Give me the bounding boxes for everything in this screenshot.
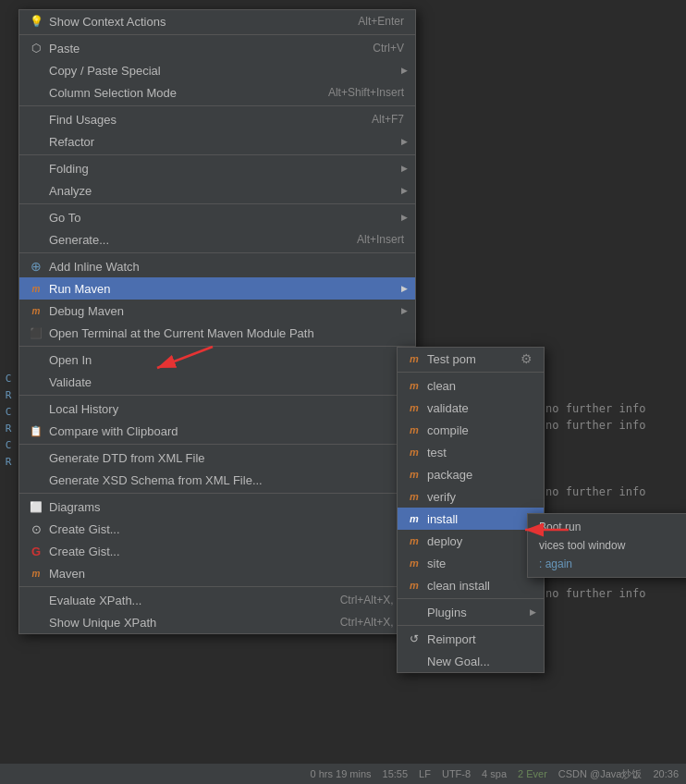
terminal-icon: ⬛ — [27, 325, 45, 340]
menu-item-create-gist-1[interactable]: ⊙ Create Gist... — [19, 518, 415, 540]
maven-submenu-item-verify[interactable]: m verify — [398, 485, 544, 508]
menu-item-diagrams[interactable]: ⬜ Diagrams — [19, 496, 415, 518]
open-in-icon — [27, 352, 45, 367]
maven-submenu-item-reimport[interactable]: ↺ Reimport — [398, 628, 544, 650]
menu-item-label: Show Unique XPath — [49, 616, 322, 630]
maven-submenu-item-validate[interactable]: m validate — [398, 397, 544, 419]
maven-submenu-item-plugins[interactable]: Plugins — [398, 601, 544, 623]
menu-item-shortcut: Ctrl+Alt+X, P — [340, 616, 404, 629]
maven-submenu-item-compile[interactable]: m compile — [398, 419, 544, 441]
g-red-icon: G — [27, 544, 45, 558]
menu-item-add-inline-watch[interactable]: ⊕ Add Inline Watch — [19, 255, 415, 277]
status-badge: 2 Ever — [518, 768, 547, 779]
divider-2 — [19, 105, 415, 106]
menu-item-label: Find Usages — [49, 113, 353, 127]
maven-submenu-item-package[interactable]: m package — [398, 463, 544, 485]
maven-item-label: verify — [427, 490, 456, 504]
maven-icon: m — [405, 467, 423, 482]
menu-item-label: Generate... — [49, 233, 338, 247]
menu-item-compare-clipboard[interactable]: 📋 Compare with Clipboard — [19, 420, 415, 442]
menu-item-analyze[interactable]: Analyze — [19, 179, 415, 202]
log-line-1: no further info — [545, 402, 645, 415]
maven-submenu-item-clean[interactable]: m clean — [398, 374, 544, 397]
unique-xpath-icon — [27, 615, 45, 630]
maven-icon: m — [405, 578, 423, 593]
refactor-icon — [27, 134, 45, 149]
maven-item-label: clean install — [427, 579, 490, 593]
menu-item-copy-paste-special[interactable]: Copy / Paste Special — [19, 59, 415, 81]
menu-item-goto[interactable]: Go To — [19, 206, 415, 228]
menu-item-label: Run Maven — [49, 282, 404, 296]
xsd-icon — [27, 472, 45, 487]
menu-item-label: Generate XSD Schema from XML File... — [49, 473, 404, 487]
watch-icon: ⊕ — [27, 259, 45, 274]
menu-item-generate[interactable]: Generate... Alt+Insert — [19, 228, 415, 251]
column-icon — [27, 85, 45, 100]
divider-maven-1 — [398, 372, 544, 373]
copy-icon — [27, 63, 45, 78]
maven-debug-icon: m — [27, 303, 45, 318]
maven-item-label: test — [427, 446, 447, 459]
status-time: 0 hrs 19 mins — [311, 768, 372, 779]
maven-item-label: Reimport — [427, 632, 476, 646]
menu-item-create-gist-2[interactable]: G Create Gist... — [19, 540, 415, 562]
validate-icon — [27, 374, 45, 389]
maven-submenu-item-new-goal[interactable]: New Goal... — [398, 650, 544, 672]
menu-item-find-usages[interactable]: Find Usages Alt+F7 — [19, 108, 415, 130]
maven-submenu-item-test-pom[interactable]: m Test pom ⚙ — [398, 348, 544, 370]
maven-item-label: New Goal... — [427, 655, 490, 668]
menu-item-local-history[interactable]: Local History — [19, 398, 415, 420]
menu-item-show-unique-xpath[interactable]: Show Unique XPath Ctrl+Alt+X, P — [19, 611, 415, 633]
maven-submenu: m Test pom ⚙ m clean m validate m compil… — [397, 347, 545, 673]
menu-item-generate-xsd[interactable]: Generate XSD Schema from XML File... — [19, 469, 415, 491]
gear-icon[interactable]: ⚙ — [521, 351, 533, 366]
menu-item-folding[interactable]: Folding — [19, 157, 415, 179]
maven-icon: m — [405, 556, 423, 570]
divider-1 — [19, 34, 415, 35]
maven-item-label: compile — [427, 423, 469, 437]
menu-item-evaluate-xpath[interactable]: Evaluate XPath... Ctrl+Alt+X, E — [19, 589, 415, 611]
maven-item-label: clean — [427, 379, 456, 393]
menu-item-shortcut: Alt+Insert — [357, 233, 404, 246]
editor-gutter: C R C R C R — [0, 370, 17, 470]
menu-item-shortcut: Alt+Shift+Insert — [328, 86, 404, 99]
menu-item-paste[interactable]: ⬡ Paste Ctrl+V — [19, 37, 415, 59]
folding-icon — [27, 161, 45, 176]
maven-icon: m — [405, 400, 423, 415]
menu-item-debug-maven[interactable]: m Debug Maven — [19, 300, 415, 322]
menu-item-column-selection[interactable]: Column Selection Mode Alt+Shift+Insert — [19, 81, 415, 104]
status-datetime: 20:36 — [653, 768, 679, 779]
maven-icon: m — [405, 533, 423, 548]
menu-item-label: Refactor — [49, 135, 404, 149]
menu-item-label: Show Context Actions — [49, 15, 339, 29]
maven-submenu-item-site[interactable]: m site — [398, 552, 544, 574]
github-icon: ⊙ — [27, 521, 45, 536]
menu-item-label: Add Inline Watch — [49, 260, 404, 274]
menu-item-label: Paste — [49, 42, 354, 55]
menu-item-show-context-actions[interactable]: 💡 Show Context Actions Alt+Enter — [19, 10, 415, 32]
menu-item-label: Analyze — [49, 184, 404, 198]
maven-submenu-item-test[interactable]: m test — [398, 441, 544, 463]
menu-item-generate-dtd[interactable]: Generate DTD from XML File — [19, 447, 415, 469]
menu-item-label: Column Selection Mode — [49, 86, 310, 100]
menu-item-label: Maven — [49, 567, 404, 581]
divider-maven-3 — [398, 625, 544, 626]
arrow-install — [508, 513, 582, 550]
status-user: CSDN @Java炒饭 — [558, 767, 643, 781]
maven-icon: m — [405, 423, 423, 437]
divider-8 — [19, 444, 415, 445]
menu-item-shortcut: Ctrl+V — [373, 42, 404, 55]
maven-item-label: site — [427, 557, 446, 570]
divider-10 — [19, 586, 415, 587]
menu-item-run-maven[interactable]: m Run Maven — [19, 277, 415, 300]
goto-icon — [27, 210, 45, 225]
divider-5 — [19, 252, 415, 253]
svg-line-1 — [157, 347, 213, 368]
menu-item-refactor[interactable]: Refactor — [19, 130, 415, 153]
maven-submenu-item-clean-install[interactable]: m clean install — [398, 574, 544, 596]
log-line-4: no further info — [545, 587, 645, 600]
generate-icon — [27, 232, 45, 247]
menu-item-shortcut: Alt+Enter — [358, 15, 404, 28]
menu-item-maven[interactable]: m Maven — [19, 562, 415, 584]
find-icon — [27, 112, 45, 127]
